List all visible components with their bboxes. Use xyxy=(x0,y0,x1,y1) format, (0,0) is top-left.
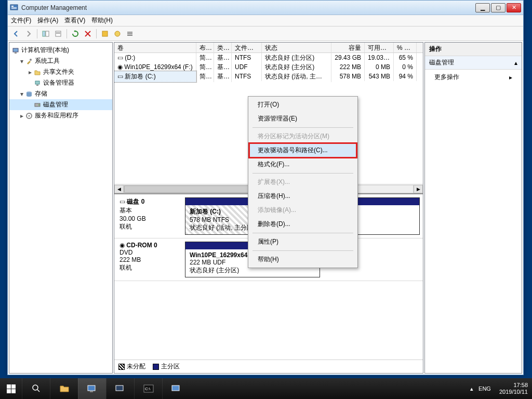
tree-device-manager[interactable]: 设备管理器 xyxy=(9,77,112,88)
col-volume[interactable]: 卷 xyxy=(114,43,196,52)
svg-rect-3 xyxy=(11,8,17,9)
disk-type: DVD xyxy=(119,249,177,256)
svg-rect-26 xyxy=(88,385,95,391)
tree-system-tools[interactable]: ▾系统工具 xyxy=(9,56,112,66)
tray-lang[interactable]: ENG xyxy=(478,385,491,392)
menu-format[interactable]: 格式化(F)... xyxy=(249,157,356,171)
collapse-icon[interactable]: ▾ xyxy=(19,90,25,98)
volume-header[interactable]: 卷 布局 类型 文件系统 状态 容量 可用空间 % 可用 xyxy=(114,43,423,53)
menu-change-drive-letter[interactable]: 更改驱动器号和路径(C)... xyxy=(249,143,356,157)
cell: 0 % xyxy=(394,62,417,72)
svg-rect-1 xyxy=(11,6,14,7)
svg-text:C:\: C:\ xyxy=(145,387,151,391)
actions-section[interactable]: 磁盘管理▴ xyxy=(425,56,522,70)
tree-label: 设备管理器 xyxy=(43,78,74,87)
disk-label: ◉ CD-ROM 0 DVD 222 MB 联机 xyxy=(114,238,182,281)
col-free[interactable]: 可用空间 xyxy=(365,43,394,52)
forward-button[interactable] xyxy=(23,29,34,39)
scroll-right-button[interactable]: ▶ xyxy=(414,185,423,193)
maximize-button[interactable] xyxy=(491,3,506,12)
close-button[interactable] xyxy=(507,3,521,12)
back-button[interactable] xyxy=(11,29,21,39)
disk-name: 磁盘 0 xyxy=(127,198,144,205)
taskbar[interactable]: C:\ ▴ ENG 17:58 2019/10/11 xyxy=(0,378,532,399)
cell: 222 MB xyxy=(331,62,365,72)
taskbar-compmgmt[interactable] xyxy=(78,378,106,399)
volume-row-selected[interactable]: ▭ 新加卷 (C:) 简单 基本 NTFS 状态良好 (活动, 主分区) 578… xyxy=(114,72,423,81)
taskbar-app2[interactable] xyxy=(106,378,134,399)
context-menu: 打开(O) 资源管理器(E) 将分区标记为活动分区(M) 更改驱动器号和路径(C… xyxy=(248,96,358,268)
menu-explorer[interactable]: 资源管理器(E) xyxy=(249,112,356,126)
collapse-icon[interactable]: ▾ xyxy=(19,58,25,65)
help-button[interactable] xyxy=(112,29,123,39)
tools-icon xyxy=(25,57,33,65)
taskbar-search[interactable] xyxy=(22,378,50,399)
taskbar-clock[interactable]: 17:58 2019/10/11 xyxy=(495,382,532,395)
svg-line-25 xyxy=(37,390,39,392)
cell: 状态良好 (活动, 主分区) xyxy=(262,71,331,82)
svg-rect-18 xyxy=(36,85,38,86)
col-capacity[interactable]: 容量 xyxy=(331,43,365,52)
toolbar-separator xyxy=(96,29,97,38)
minimize-button[interactable] xyxy=(475,3,490,12)
legend-primary: 主分区 xyxy=(153,362,180,371)
menu-properties[interactable]: 属性(P) xyxy=(249,235,356,249)
svg-rect-9 xyxy=(102,31,108,36)
svg-rect-7 xyxy=(56,32,60,33)
col-layout[interactable]: 布局 xyxy=(196,43,214,52)
tree-pane[interactable]: 计算机管理(本地) ▾系统工具 ▸共享文件夹 设备管理器 ▾存储 磁盘管理 ▸服… xyxy=(9,42,113,374)
refresh-button[interactable] xyxy=(70,29,81,39)
tree-shared-folders[interactable]: ▸共享文件夹 xyxy=(9,66,112,77)
delete-button[interactable] xyxy=(83,29,93,39)
menu-file[interactable]: 文件(F) xyxy=(11,16,31,25)
scroll-left-button[interactable]: ◀ xyxy=(114,185,124,193)
col-pct[interactable]: % 可用 xyxy=(394,43,417,52)
disk-size: 30.00 GB xyxy=(119,215,177,222)
legend: 未分配 主分区 xyxy=(114,360,423,373)
vol-name: (D:) xyxy=(125,54,135,61)
action-button[interactable] xyxy=(100,29,110,39)
volume-row[interactable]: ◉ Win10PE_16299x64 (F:) 简单 基本 UDF 状态良好 (… xyxy=(114,62,423,72)
show-hide-tree-button[interactable] xyxy=(41,29,51,39)
storage-icon xyxy=(25,90,33,98)
system-tray[interactable]: ▴ ENG xyxy=(466,385,495,392)
menu-help[interactable]: 帮助(H) xyxy=(249,252,356,267)
taskbar-explorer[interactable] xyxy=(50,378,78,399)
expand-icon[interactable]: ▸ xyxy=(27,69,33,76)
svg-rect-28 xyxy=(116,385,123,391)
vol-name: 新加卷 (C:) xyxy=(125,73,155,80)
start-button[interactable] xyxy=(0,378,22,399)
tree-disk-management[interactable]: 磁盘管理 xyxy=(9,99,112,110)
drive-icon: ▭ xyxy=(117,73,125,80)
col-type[interactable]: 类型 xyxy=(214,43,232,52)
menu-delete[interactable]: 删除卷(D)... xyxy=(249,217,356,231)
legend-swatch-primary xyxy=(153,364,159,370)
tree-root[interactable]: 计算机管理(本地) xyxy=(9,45,112,56)
titlebar[interactable]: Computer Management xyxy=(8,1,523,15)
tree-services-apps[interactable]: ▸服务和应用程序 xyxy=(9,110,112,121)
menu-shrink[interactable]: 压缩卷(H)... xyxy=(249,189,356,203)
tree-storage[interactable]: ▾存储 xyxy=(9,88,112,99)
menu-help[interactable]: 帮助(H) xyxy=(91,16,113,25)
list-button[interactable] xyxy=(125,29,135,39)
disc-icon: ◉ xyxy=(117,63,124,71)
disk-icon xyxy=(33,101,42,109)
menu-action[interactable]: 操作(A) xyxy=(37,16,58,25)
svg-point-21 xyxy=(38,104,39,105)
col-status[interactable]: 状态 xyxy=(262,43,331,52)
disk-label: ▭ 磁盘 0 基本 30.00 GB 联机 xyxy=(114,194,182,238)
cell: 简单 xyxy=(196,71,214,82)
menu-separator xyxy=(252,127,353,128)
expand-icon[interactable]: ▸ xyxy=(19,112,25,119)
actions-more[interactable]: 更多操作▸ xyxy=(425,70,522,85)
tray-chevron-up-icon[interactable]: ▴ xyxy=(470,385,473,392)
svg-point-23 xyxy=(29,115,30,116)
properties-button[interactable] xyxy=(53,29,63,39)
col-fs[interactable]: 文件系统 xyxy=(232,43,262,52)
taskbar-cmd[interactable]: C:\ xyxy=(134,378,162,399)
menu-view[interactable]: 查看(V) xyxy=(64,16,85,25)
menu-open[interactable]: 打开(O) xyxy=(249,98,356,112)
taskbar-app3[interactable] xyxy=(162,378,190,399)
windows-logo-icon xyxy=(7,384,16,393)
volume-row[interactable]: ▭ (D:) 简单 基本 NTFS 状态良好 (主分区) 29.43 GB 19… xyxy=(114,53,423,62)
